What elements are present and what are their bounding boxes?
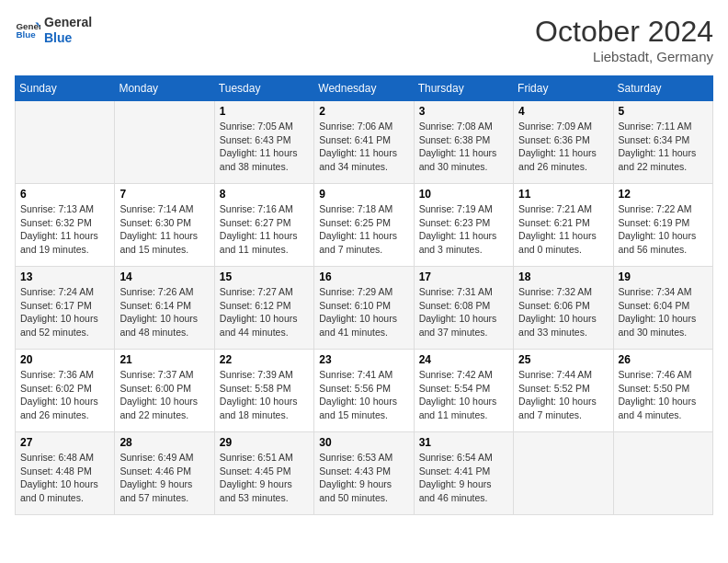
col-header-tuesday: Tuesday bbox=[214, 76, 313, 101]
day-number: 1 bbox=[220, 105, 309, 118]
day-number: 20 bbox=[20, 353, 109, 366]
day-number: 12 bbox=[619, 188, 708, 201]
day-info: Sunrise: 7:31 AMSunset: 6:08 PMDaylight:… bbox=[419, 285, 508, 339]
day-cell: 3Sunrise: 7:08 AMSunset: 6:38 PMDaylight… bbox=[414, 101, 513, 184]
day-cell bbox=[514, 432, 613, 515]
day-number: 14 bbox=[119, 270, 209, 283]
day-cell: 7Sunrise: 7:14 AMSunset: 6:30 PMDaylight… bbox=[115, 184, 214, 267]
logo-icon: General Blue bbox=[15, 17, 40, 43]
day-number: 29 bbox=[220, 436, 309, 449]
day-cell: 20Sunrise: 7:36 AMSunset: 6:02 PMDayligh… bbox=[16, 350, 115, 432]
day-info: Sunrise: 7:11 AMSunset: 6:34 PMDaylight:… bbox=[619, 120, 708, 174]
day-number: 3 bbox=[419, 105, 508, 118]
day-cell: 19Sunrise: 7:34 AMSunset: 6:04 PMDayligh… bbox=[613, 267, 712, 350]
day-cell: 23Sunrise: 7:41 AMSunset: 5:56 PMDayligh… bbox=[314, 350, 414, 432]
day-cell: 27Sunrise: 6:48 AMSunset: 4:48 PMDayligh… bbox=[16, 432, 115, 515]
day-info: Sunrise: 7:18 AMSunset: 6:25 PMDaylight:… bbox=[319, 202, 408, 257]
day-number: 30 bbox=[319, 436, 408, 449]
logo-line1: General bbox=[44, 15, 92, 30]
day-number: 7 bbox=[119, 188, 209, 201]
day-cell: 22Sunrise: 7:39 AMSunset: 5:58 PMDayligh… bbox=[214, 350, 313, 432]
day-info: Sunrise: 6:51 AMSunset: 4:45 PMDaylight:… bbox=[220, 451, 309, 505]
day-info: Sunrise: 7:13 AMSunset: 6:32 PMDaylight:… bbox=[20, 202, 109, 257]
day-cell: 4Sunrise: 7:09 AMSunset: 6:36 PMDaylight… bbox=[514, 101, 613, 184]
page-header: General Blue General Blue October 2024 L… bbox=[15, 15, 713, 64]
day-number: 21 bbox=[119, 353, 209, 366]
day-info: Sunrise: 7:44 AMSunset: 5:52 PMDaylight:… bbox=[518, 368, 608, 422]
day-cell: 10Sunrise: 7:19 AMSunset: 6:23 PMDayligh… bbox=[414, 184, 513, 267]
day-cell: 28Sunrise: 6:49 AMSunset: 4:46 PMDayligh… bbox=[115, 432, 214, 515]
day-cell: 18Sunrise: 7:32 AMSunset: 6:06 PMDayligh… bbox=[514, 267, 613, 350]
day-cell: 1Sunrise: 7:05 AMSunset: 6:43 PMDaylight… bbox=[214, 101, 313, 184]
day-cell: 2Sunrise: 7:06 AMSunset: 6:41 PMDaylight… bbox=[314, 101, 414, 184]
day-number: 6 bbox=[20, 188, 109, 201]
day-info: Sunrise: 7:08 AMSunset: 6:38 PMDaylight:… bbox=[419, 120, 508, 174]
col-header-thursday: Thursday bbox=[414, 76, 513, 101]
day-info: Sunrise: 7:36 AMSunset: 6:02 PMDaylight:… bbox=[20, 368, 109, 422]
col-header-saturday: Saturday bbox=[613, 76, 712, 101]
day-cell: 8Sunrise: 7:16 AMSunset: 6:27 PMDaylight… bbox=[214, 184, 313, 267]
day-number: 5 bbox=[619, 105, 708, 118]
day-info: Sunrise: 7:14 AMSunset: 6:30 PMDaylight:… bbox=[119, 202, 209, 257]
day-cell: 16Sunrise: 7:29 AMSunset: 6:10 PMDayligh… bbox=[314, 267, 414, 350]
day-number: 9 bbox=[319, 188, 408, 201]
day-info: Sunrise: 7:39 AMSunset: 5:58 PMDaylight:… bbox=[220, 368, 309, 422]
day-number: 24 bbox=[419, 353, 508, 366]
day-info: Sunrise: 7:46 AMSunset: 5:50 PMDaylight:… bbox=[619, 368, 708, 422]
day-info: Sunrise: 7:26 AMSunset: 6:14 PMDaylight:… bbox=[119, 285, 209, 339]
location: Liebstadt, Germany bbox=[535, 49, 713, 64]
day-cell: 24Sunrise: 7:42 AMSunset: 5:54 PMDayligh… bbox=[414, 350, 513, 432]
day-info: Sunrise: 7:22 AMSunset: 6:19 PMDaylight:… bbox=[619, 202, 708, 257]
day-cell: 11Sunrise: 7:21 AMSunset: 6:21 PMDayligh… bbox=[514, 184, 613, 267]
day-number: 22 bbox=[220, 353, 309, 366]
header-row: SundayMondayTuesdayWednesdayThursdayFrid… bbox=[16, 76, 713, 101]
day-cell: 5Sunrise: 7:11 AMSunset: 6:34 PMDaylight… bbox=[613, 101, 712, 184]
day-cell bbox=[16, 101, 115, 184]
day-info: Sunrise: 7:37 AMSunset: 6:00 PMDaylight:… bbox=[119, 368, 209, 422]
day-info: Sunrise: 6:49 AMSunset: 4:46 PMDaylight:… bbox=[119, 451, 209, 505]
day-number: 10 bbox=[419, 188, 508, 201]
day-number: 2 bbox=[319, 105, 408, 118]
day-cell bbox=[115, 101, 214, 184]
day-number: 4 bbox=[518, 105, 608, 118]
day-number: 25 bbox=[518, 353, 608, 366]
day-info: Sunrise: 7:41 AMSunset: 5:56 PMDaylight:… bbox=[319, 368, 408, 422]
week-row-2: 6Sunrise: 7:13 AMSunset: 6:32 PMDaylight… bbox=[16, 184, 713, 267]
day-number: 26 bbox=[619, 353, 708, 366]
day-number: 13 bbox=[20, 270, 109, 283]
day-cell: 30Sunrise: 6:53 AMSunset: 4:43 PMDayligh… bbox=[314, 432, 414, 515]
day-info: Sunrise: 7:29 AMSunset: 6:10 PMDaylight:… bbox=[319, 285, 408, 339]
day-info: Sunrise: 7:06 AMSunset: 6:41 PMDaylight:… bbox=[319, 120, 408, 174]
day-info: Sunrise: 7:09 AMSunset: 6:36 PMDaylight:… bbox=[518, 120, 608, 174]
day-info: Sunrise: 7:24 AMSunset: 6:17 PMDaylight:… bbox=[20, 285, 109, 339]
day-cell: 26Sunrise: 7:46 AMSunset: 5:50 PMDayligh… bbox=[613, 350, 712, 432]
day-info: Sunrise: 7:16 AMSunset: 6:27 PMDaylight:… bbox=[220, 202, 309, 257]
col-header-wednesday: Wednesday bbox=[314, 76, 414, 101]
title-block: October 2024 Liebstadt, Germany bbox=[535, 15, 713, 64]
day-info: Sunrise: 7:42 AMSunset: 5:54 PMDaylight:… bbox=[419, 368, 508, 422]
day-info: Sunrise: 6:53 AMSunset: 4:43 PMDaylight:… bbox=[319, 451, 408, 505]
day-number: 8 bbox=[220, 188, 309, 201]
month-title: October 2024 bbox=[535, 15, 713, 49]
day-number: 15 bbox=[220, 270, 309, 283]
day-number: 23 bbox=[319, 353, 408, 366]
day-info: Sunrise: 7:32 AMSunset: 6:06 PMDaylight:… bbox=[518, 285, 608, 339]
day-number: 31 bbox=[419, 436, 508, 449]
day-cell: 9Sunrise: 7:18 AMSunset: 6:25 PMDaylight… bbox=[314, 184, 414, 267]
week-row-4: 20Sunrise: 7:36 AMSunset: 6:02 PMDayligh… bbox=[16, 350, 713, 432]
col-header-sunday: Sunday bbox=[16, 76, 115, 101]
week-row-3: 13Sunrise: 7:24 AMSunset: 6:17 PMDayligh… bbox=[16, 267, 713, 350]
day-cell: 14Sunrise: 7:26 AMSunset: 6:14 PMDayligh… bbox=[115, 267, 214, 350]
day-cell: 6Sunrise: 7:13 AMSunset: 6:32 PMDaylight… bbox=[16, 184, 115, 267]
day-info: Sunrise: 7:19 AMSunset: 6:23 PMDaylight:… bbox=[419, 202, 508, 257]
day-cell: 21Sunrise: 7:37 AMSunset: 6:00 PMDayligh… bbox=[115, 350, 214, 432]
day-number: 18 bbox=[518, 270, 608, 283]
day-cell: 13Sunrise: 7:24 AMSunset: 6:17 PMDayligh… bbox=[16, 267, 115, 350]
logo: General Blue General Blue bbox=[15, 15, 92, 46]
day-cell: 12Sunrise: 7:22 AMSunset: 6:19 PMDayligh… bbox=[613, 184, 712, 267]
week-row-1: 1Sunrise: 7:05 AMSunset: 6:43 PMDaylight… bbox=[16, 101, 713, 184]
day-info: Sunrise: 6:54 AMSunset: 4:41 PMDaylight:… bbox=[419, 451, 508, 505]
day-number: 19 bbox=[619, 270, 708, 283]
day-info: Sunrise: 7:27 AMSunset: 6:12 PMDaylight:… bbox=[220, 285, 309, 339]
day-number: 11 bbox=[518, 188, 608, 201]
